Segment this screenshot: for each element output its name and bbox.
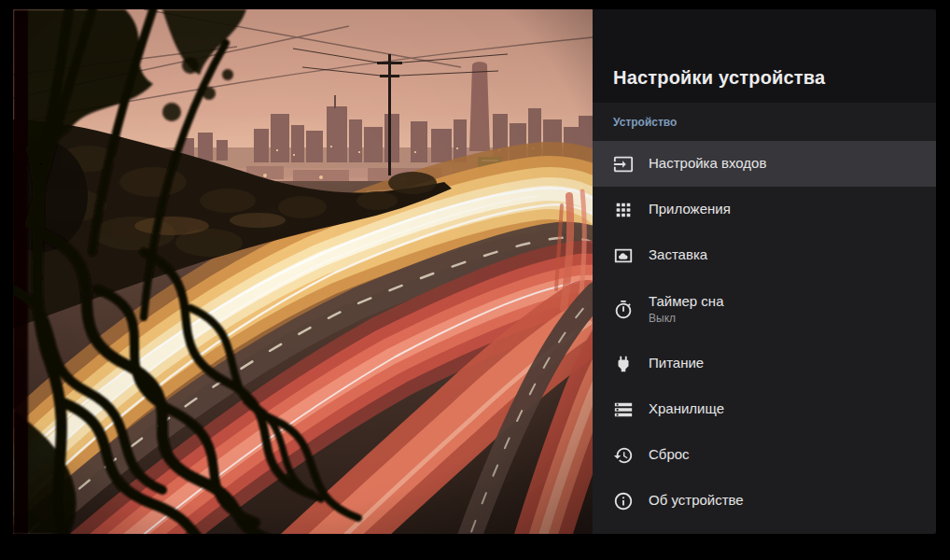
settings-panel: Настройки устройства Устройство Настройк…	[593, 9, 936, 534]
tv-screen: Настройки устройства Устройство Настройк…	[13, 9, 936, 534]
settings-item[interactable]: Питание	[593, 341, 936, 386]
settings-item[interactable]: Заставка	[593, 232, 936, 278]
settings-item-label: Настройка входов	[649, 156, 766, 172]
info-icon	[613, 491, 634, 511]
settings-item-label: Об устройстве	[649, 493, 744, 509]
settings-item[interactable]: Сброс	[593, 432, 936, 478]
settings-item-label: Заставка	[649, 247, 707, 263]
timer-icon	[613, 300, 634, 320]
settings-item-label: Сброс	[649, 447, 690, 463]
settings-item-label: Таймер сна	[649, 294, 724, 310]
settings-item[interactable]: Приложения	[593, 187, 936, 232]
settings-list: Настройка входов Приложения Заставка Тай…	[593, 141, 936, 524]
settings-item[interactable]: Таймер сна Выкл	[593, 278, 936, 341]
storage-icon	[613, 399, 634, 420]
settings-item[interactable]: Хранилище	[593, 386, 936, 432]
tv-photo-frame: { "panel": { "title": "Настройки устройс…	[0, 0, 950, 560]
settings-item-value: Выкл	[649, 313, 724, 325]
reset-icon	[613, 445, 634, 466]
panel-title: Настройки устройства	[613, 67, 825, 89]
settings-item-label: Питание	[649, 356, 704, 371]
power-plug-icon	[613, 354, 634, 374]
input-icon	[613, 154, 634, 175]
screensaver-icon	[613, 245, 634, 266]
settings-item[interactable]: Об устройстве	[593, 478, 936, 524]
settings-item-label: Приложения	[649, 202, 731, 217]
vignette	[13, 9, 593, 534]
panel-header: Настройки устройства	[593, 9, 936, 103]
settings-item[interactable]: Настройка входов	[593, 141, 936, 187]
settings-item-label: Хранилище	[649, 401, 724, 417]
apps-icon	[613, 200, 634, 220]
section-header: Устройство	[593, 103, 936, 141]
background-photo	[13, 9, 593, 534]
